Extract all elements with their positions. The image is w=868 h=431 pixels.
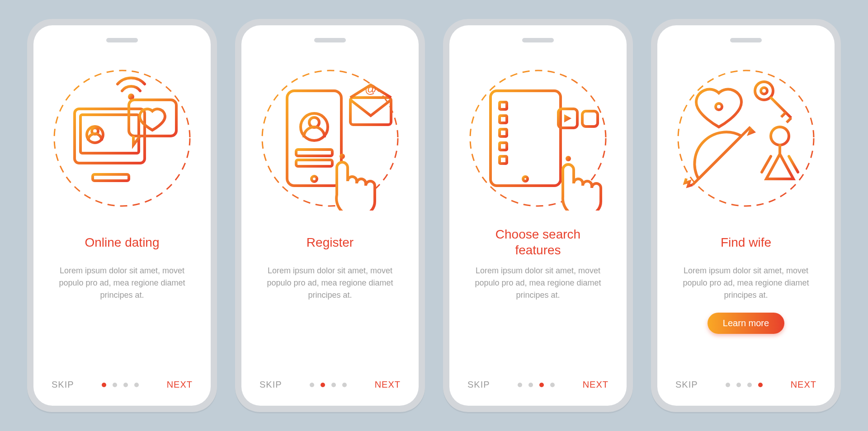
dot[interactable] [726, 383, 730, 387]
svg-line-48 [693, 127, 750, 185]
dot[interactable] [331, 383, 336, 387]
phone-speaker [314, 38, 346, 42]
dot[interactable] [134, 383, 139, 387]
svg-rect-19 [350, 98, 391, 125]
svg-rect-25 [500, 102, 507, 109]
pagination-dots [726, 383, 763, 387]
dot[interactable] [528, 383, 533, 387]
learn-more-button[interactable]: Learn more [708, 313, 784, 334]
phone-frame: Online dating Lorem ipsum dolor sit amet… [27, 19, 217, 412]
svg-rect-29 [500, 129, 507, 136]
pagination-dots [518, 383, 555, 387]
phone-frame: @ Register Lorem ipsum dolor sit amet, m… [235, 19, 425, 412]
slide-title: Register [307, 226, 354, 258]
next-button[interactable]: NEXT [583, 379, 609, 390]
phone-speaker [522, 38, 554, 42]
next-button[interactable]: NEXT [375, 379, 401, 390]
slide-body: Lorem ipsum dolor sit amet, movet populo… [470, 265, 606, 301]
slide-body: Lorem ipsum dolor sit amet, movet populo… [54, 265, 190, 301]
skip-button[interactable]: SKIP [675, 379, 698, 390]
svg-rect-18 [296, 160, 332, 166]
dot[interactable] [518, 383, 522, 387]
svg-rect-33 [500, 156, 507, 164]
search-features-icon [466, 66, 610, 211]
dot[interactable] [758, 383, 763, 387]
onboarding-screen: @ Register Lorem ipsum dolor sit amet, m… [241, 25, 419, 406]
pagination-dots [102, 383, 139, 387]
slide-body: Lorem ipsum dolor sit amet, movet populo… [262, 265, 398, 301]
online-dating-icon [50, 66, 194, 211]
dot[interactable] [102, 383, 106, 387]
svg-rect-27 [500, 116, 507, 123]
svg-point-40 [716, 103, 722, 110]
find-wife-icon [674, 66, 818, 211]
slide-footer: SKIP NEXT [675, 379, 816, 390]
dot[interactable] [342, 383, 347, 387]
svg-line-46 [787, 118, 791, 122]
phone-row: Online dating Lorem ipsum dolor sit amet… [18, 10, 850, 421]
svg-point-1 [129, 95, 133, 98]
skip-button[interactable]: SKIP [259, 379, 282, 390]
svg-point-49 [771, 127, 789, 145]
svg-line-51 [789, 156, 798, 172]
svg-point-21 [340, 154, 345, 159]
skip-button[interactable]: SKIP [467, 379, 490, 390]
onboarding-screen: Find wife Lorem ipsum dolor sit amet, mo… [657, 25, 835, 406]
dot[interactable] [123, 383, 128, 387]
slide-title: Find wife [721, 226, 771, 258]
dot[interactable] [736, 383, 741, 387]
dot[interactable] [113, 383, 117, 387]
onboarding-screen: Online dating Lorem ipsum dolor sit amet… [33, 25, 211, 406]
phone-frame: Find wife Lorem ipsum dolor sit amet, mo… [651, 19, 841, 412]
next-button[interactable]: NEXT [791, 379, 816, 390]
slide-footer: SKIP NEXT [259, 379, 401, 390]
svg-point-43 [761, 88, 767, 94]
svg-text:@: @ [365, 82, 377, 96]
svg-point-14 [311, 176, 317, 182]
svg-line-45 [781, 112, 786, 117]
slide-footer: SKIP NEXT [467, 379, 609, 390]
svg-point-24 [523, 177, 528, 181]
svg-line-50 [762, 156, 771, 172]
dot[interactable] [539, 383, 544, 387]
slide-body: Lorem ipsum dolor sit amet, movet populo… [678, 265, 814, 301]
svg-rect-6 [93, 174, 129, 181]
svg-point-38 [566, 156, 571, 161]
svg-point-39 [678, 70, 814, 206]
next-button[interactable]: NEXT [167, 379, 193, 390]
phone-speaker [106, 38, 138, 42]
slide-footer: SKIP NEXT [52, 379, 193, 390]
skip-button[interactable]: SKIP [52, 379, 74, 390]
svg-rect-31 [500, 143, 507, 150]
dot[interactable] [321, 383, 325, 387]
slide-title: Online dating [85, 226, 159, 258]
dot[interactable] [550, 383, 555, 387]
register-icon: @ [258, 66, 402, 211]
onboarding-screen: Choose search features Lorem ipsum dolor… [449, 25, 627, 406]
svg-rect-17 [296, 150, 332, 156]
svg-rect-36 [582, 111, 598, 126]
dot[interactable] [310, 383, 314, 387]
dot[interactable] [747, 383, 752, 387]
pagination-dots [310, 383, 347, 387]
phone-frame: Choose search features Lorem ipsum dolor… [443, 19, 633, 412]
slide-title: Choose search features [475, 226, 601, 258]
phone-speaker [730, 38, 762, 42]
svg-line-44 [770, 97, 791, 118]
